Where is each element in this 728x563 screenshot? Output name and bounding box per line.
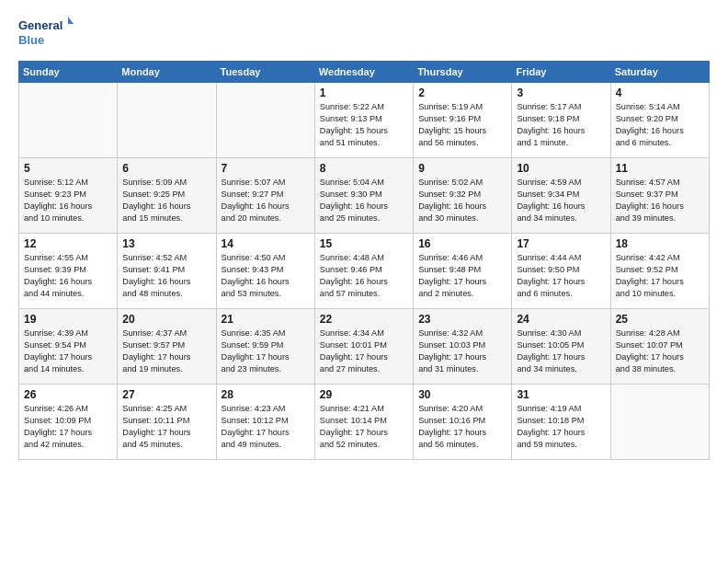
day-info: Sunrise: 5:22 AMSunset: 9:13 PMDaylight:…: [320, 101, 408, 149]
day-cell: 10Sunrise: 4:59 AMSunset: 9:34 PMDayligh…: [512, 158, 610, 234]
day-cell: 25Sunrise: 4:28 AMSunset: 10:07 PMDaylig…: [610, 309, 709, 385]
day-cell: 3Sunrise: 5:17 AMSunset: 9:18 PMDaylight…: [512, 83, 610, 158]
svg-text:Blue: Blue: [18, 33, 44, 47]
day-cell: 9Sunrise: 5:02 AMSunset: 9:32 PMDaylight…: [414, 158, 512, 234]
day-number: 1: [320, 86, 408, 99]
day-cell: 8Sunrise: 5:04 AMSunset: 9:30 PMDaylight…: [314, 158, 413, 234]
day-info: Sunrise: 4:44 AMSunset: 9:50 PMDaylight:…: [517, 252, 605, 300]
day-number: 7: [222, 162, 310, 175]
day-info: Sunrise: 5:02 AMSunset: 9:32 PMDaylight:…: [418, 177, 506, 224]
day-cell: 18Sunrise: 4:42 AMSunset: 9:52 PMDayligh…: [610, 234, 709, 309]
day-info: Sunrise: 4:26 AMSunset: 10:09 PMDaylight…: [24, 403, 112, 451]
day-number: 14: [222, 237, 310, 250]
day-info: Sunrise: 4:25 AMSunset: 10:11 PMDaylight…: [122, 403, 210, 451]
day-number: 17: [517, 237, 605, 250]
day-info: Sunrise: 4:50 AMSunset: 9:43 PMDaylight:…: [222, 252, 310, 300]
day-info: Sunrise: 5:14 AMSunset: 9:20 PMDaylight:…: [616, 101, 704, 149]
day-cell: 21Sunrise: 4:35 AMSunset: 9:59 PMDayligh…: [216, 309, 314, 385]
weekday-header-row: SundayMondayTuesdayWednesdayThursdayFrid…: [19, 62, 710, 83]
day-info: Sunrise: 4:52 AMSunset: 9:41 PMDaylight:…: [122, 252, 210, 300]
day-info: Sunrise: 5:12 AMSunset: 9:23 PMDaylight:…: [24, 177, 112, 224]
day-cell: [118, 83, 216, 158]
day-number: 30: [418, 388, 506, 401]
day-number: 15: [320, 237, 408, 250]
day-number: 18: [616, 237, 704, 250]
week-row-2: 5Sunrise: 5:12 AMSunset: 9:23 PMDaylight…: [19, 158, 710, 234]
day-number: 12: [24, 237, 112, 250]
calendar-table: SundayMondayTuesdayWednesdayThursdayFrid…: [18, 61, 710, 460]
day-info: Sunrise: 4:59 AMSunset: 9:34 PMDaylight:…: [517, 177, 605, 224]
svg-text:General: General: [18, 18, 63, 32]
day-info: Sunrise: 4:55 AMSunset: 9:39 PMDaylight:…: [24, 252, 112, 300]
day-info: Sunrise: 4:34 AMSunset: 10:01 PMDaylight…: [320, 327, 408, 375]
day-cell: [216, 83, 314, 158]
day-info: Sunrise: 4:21 AMSunset: 10:14 PMDaylight…: [320, 403, 408, 451]
day-info: Sunrise: 4:35 AMSunset: 9:59 PMDaylight:…: [222, 327, 310, 375]
day-info: Sunrise: 4:48 AMSunset: 9:46 PMDaylight:…: [320, 252, 408, 300]
day-number: 16: [418, 237, 506, 250]
day-cell: 7Sunrise: 5:07 AMSunset: 9:27 PMDaylight…: [216, 158, 314, 234]
day-cell: 22Sunrise: 4:34 AMSunset: 10:01 PMDaylig…: [314, 309, 413, 385]
day-number: 28: [222, 388, 310, 401]
day-info: Sunrise: 4:42 AMSunset: 9:52 PMDaylight:…: [616, 252, 704, 300]
week-row-4: 19Sunrise: 4:39 AMSunset: 9:54 PMDayligh…: [19, 309, 710, 385]
day-number: 8: [320, 162, 408, 175]
day-number: 10: [517, 162, 605, 175]
day-info: Sunrise: 5:17 AMSunset: 9:18 PMDaylight:…: [517, 101, 605, 149]
week-row-1: 1Sunrise: 5:22 AMSunset: 9:13 PMDaylight…: [19, 83, 710, 158]
day-info: Sunrise: 4:57 AMSunset: 9:37 PMDaylight:…: [616, 177, 704, 224]
logo-svg: General Blue: [18, 15, 74, 52]
day-number: 6: [122, 162, 210, 175]
day-number: 13: [122, 237, 210, 250]
day-cell: 5Sunrise: 5:12 AMSunset: 9:23 PMDaylight…: [19, 158, 118, 234]
day-number: 9: [418, 162, 506, 175]
day-info: Sunrise: 4:39 AMSunset: 9:54 PMDaylight:…: [24, 327, 112, 375]
day-info: Sunrise: 4:32 AMSunset: 10:03 PMDaylight…: [418, 327, 506, 375]
weekday-tuesday: Tuesday: [216, 62, 314, 83]
day-number: 26: [24, 388, 112, 401]
day-cell: 26Sunrise: 4:26 AMSunset: 10:09 PMDaylig…: [19, 385, 118, 460]
day-number: 11: [616, 162, 704, 175]
weekday-sunday: Sunday: [19, 62, 118, 83]
page: General Blue SundayMondayTuesdayWednesda…: [0, 0, 728, 563]
day-info: Sunrise: 5:07 AMSunset: 9:27 PMDaylight:…: [222, 177, 310, 224]
day-cell: 29Sunrise: 4:21 AMSunset: 10:14 PMDaylig…: [314, 385, 413, 460]
day-cell: 23Sunrise: 4:32 AMSunset: 10:03 PMDaylig…: [414, 309, 512, 385]
day-cell: 14Sunrise: 4:50 AMSunset: 9:43 PMDayligh…: [216, 234, 314, 309]
day-number: 23: [418, 313, 506, 326]
header: General Blue: [18, 15, 710, 52]
day-number: 2: [418, 86, 506, 99]
day-info: Sunrise: 4:20 AMSunset: 10:16 PMDaylight…: [418, 403, 506, 451]
day-info: Sunrise: 4:30 AMSunset: 10:05 PMDaylight…: [517, 327, 605, 375]
day-number: 24: [517, 313, 605, 326]
weekday-friday: Friday: [512, 62, 610, 83]
day-cell: 4Sunrise: 5:14 AMSunset: 9:20 PMDaylight…: [610, 83, 709, 158]
day-cell: 28Sunrise: 4:23 AMSunset: 10:12 PMDaylig…: [216, 385, 314, 460]
day-cell: 6Sunrise: 5:09 AMSunset: 9:25 PMDaylight…: [118, 158, 216, 234]
day-number: 25: [616, 313, 704, 326]
day-cell: 31Sunrise: 4:19 AMSunset: 10:18 PMDaylig…: [512, 385, 610, 460]
day-number: 22: [320, 313, 408, 326]
day-number: 21: [222, 313, 310, 326]
day-cell: 13Sunrise: 4:52 AMSunset: 9:41 PMDayligh…: [118, 234, 216, 309]
day-number: 4: [616, 86, 704, 99]
weekday-saturday: Saturday: [610, 62, 709, 83]
weekday-thursday: Thursday: [414, 62, 512, 83]
day-info: Sunrise: 4:23 AMSunset: 10:12 PMDaylight…: [222, 403, 310, 451]
week-row-5: 26Sunrise: 4:26 AMSunset: 10:09 PMDaylig…: [19, 385, 710, 460]
day-number: 19: [24, 313, 112, 326]
weekday-monday: Monday: [118, 62, 216, 83]
day-cell: 30Sunrise: 4:20 AMSunset: 10:16 PMDaylig…: [414, 385, 512, 460]
svg-marker-2: [68, 17, 74, 24]
day-cell: 15Sunrise: 4:48 AMSunset: 9:46 PMDayligh…: [314, 234, 413, 309]
day-cell: 24Sunrise: 4:30 AMSunset: 10:05 PMDaylig…: [512, 309, 610, 385]
day-cell: 19Sunrise: 4:39 AMSunset: 9:54 PMDayligh…: [19, 309, 118, 385]
logo: General Blue: [18, 15, 74, 52]
day-info: Sunrise: 5:09 AMSunset: 9:25 PMDaylight:…: [122, 177, 210, 224]
day-cell: [19, 83, 118, 158]
day-cell: 16Sunrise: 4:46 AMSunset: 9:48 PMDayligh…: [414, 234, 512, 309]
day-cell: 17Sunrise: 4:44 AMSunset: 9:50 PMDayligh…: [512, 234, 610, 309]
day-cell: 12Sunrise: 4:55 AMSunset: 9:39 PMDayligh…: [19, 234, 118, 309]
day-info: Sunrise: 5:19 AMSunset: 9:16 PMDaylight:…: [418, 101, 506, 149]
day-number: 31: [517, 388, 605, 401]
